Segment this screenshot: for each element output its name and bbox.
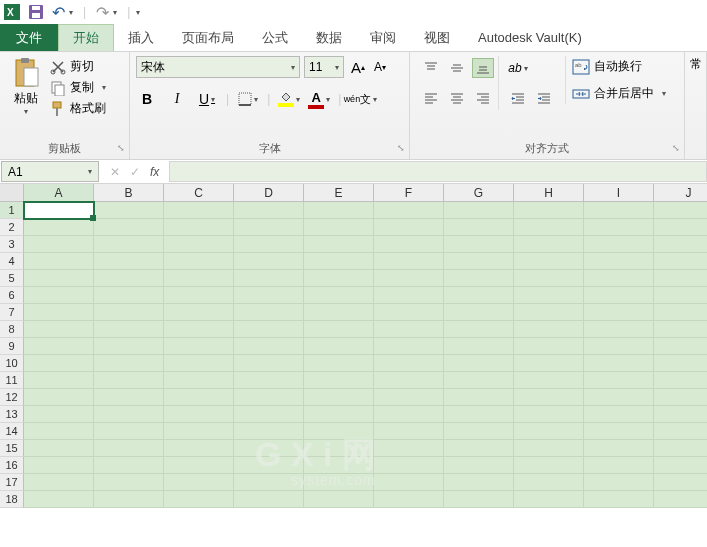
row-header-4[interactable]: 4 [0,253,24,270]
row-header-2[interactable]: 2 [0,219,24,236]
italic-button[interactable]: I [166,88,188,110]
cell-D11[interactable] [234,372,304,389]
cell-F15[interactable] [374,440,444,457]
cell-F9[interactable] [374,338,444,355]
increase-font-button[interactable]: A▴ [348,57,368,77]
phonetic-button[interactable]: wén文▾ [349,88,371,110]
cell-D16[interactable] [234,457,304,474]
cell-H11[interactable] [514,372,584,389]
tab-view[interactable]: 视图 [410,24,464,51]
cell-G14[interactable] [444,423,514,440]
column-header-D[interactable]: D [234,184,304,202]
cell-H12[interactable] [514,389,584,406]
select-all-corner[interactable] [0,184,24,202]
cell-G3[interactable] [444,236,514,253]
wrap-text-button[interactable]: ab 自动换行 [572,58,666,75]
row-header-3[interactable]: 3 [0,236,24,253]
cell-I4[interactable] [584,253,654,270]
copy-button[interactable]: 复制▾ [50,79,106,96]
font-name-select[interactable]: 宋体 ▾ [136,56,300,78]
cell-B8[interactable] [94,321,164,338]
cell-H5[interactable] [514,270,584,287]
cell-C15[interactable] [164,440,234,457]
cell-G5[interactable] [444,270,514,287]
tab-home[interactable]: 开始 [58,24,114,51]
undo-button[interactable]: ↶ [52,3,65,22]
cell-B6[interactable] [94,287,164,304]
column-header-C[interactable]: C [164,184,234,202]
cell-J18[interactable] [654,491,707,508]
cell-E17[interactable] [304,474,374,491]
cell-J5[interactable] [654,270,707,287]
cell-I7[interactable] [584,304,654,321]
column-header-B[interactable]: B [94,184,164,202]
cell-G11[interactable] [444,372,514,389]
cell-E5[interactable] [304,270,374,287]
cell-H6[interactable] [514,287,584,304]
align-left-button[interactable] [420,88,442,108]
row-header-5[interactable]: 5 [0,270,24,287]
font-color-button[interactable]: A ▾ [308,90,330,109]
cell-G18[interactable] [444,491,514,508]
cell-J8[interactable] [654,321,707,338]
undo-dropdown[interactable]: ▾ [69,8,73,17]
cell-F18[interactable] [374,491,444,508]
row-header-7[interactable]: 7 [0,304,24,321]
cell-F4[interactable] [374,253,444,270]
row-header-1[interactable]: 1 [0,202,24,219]
cell-E4[interactable] [304,253,374,270]
cell-A2[interactable] [24,219,94,236]
cell-H2[interactable] [514,219,584,236]
tab-page-layout[interactable]: 页面布局 [168,24,248,51]
decrease-indent-button[interactable] [507,88,529,108]
tab-formulas[interactable]: 公式 [248,24,302,51]
cell-H8[interactable] [514,321,584,338]
cell-E2[interactable] [304,219,374,236]
tab-insert[interactable]: 插入 [114,24,168,51]
cell-I5[interactable] [584,270,654,287]
cell-A6[interactable] [24,287,94,304]
cell-F11[interactable] [374,372,444,389]
row-header-14[interactable]: 14 [0,423,24,440]
align-top-button[interactable] [420,58,442,78]
cell-A11[interactable] [24,372,94,389]
cell-D9[interactable] [234,338,304,355]
cell-F8[interactable] [374,321,444,338]
cell-E16[interactable] [304,457,374,474]
cell-D18[interactable] [234,491,304,508]
cell-B14[interactable] [94,423,164,440]
cell-C16[interactable] [164,457,234,474]
cell-E10[interactable] [304,355,374,372]
cell-D14[interactable] [234,423,304,440]
row-header-18[interactable]: 18 [0,491,24,508]
formula-bar-input[interactable] [169,161,707,182]
row-header-9[interactable]: 9 [0,338,24,355]
border-button[interactable]: ▾ [237,88,259,110]
cell-C2[interactable] [164,219,234,236]
cell-J10[interactable] [654,355,707,372]
cell-I6[interactable] [584,287,654,304]
cell-H7[interactable] [514,304,584,321]
cell-C14[interactable] [164,423,234,440]
cell-G1[interactable] [444,202,514,219]
cell-I1[interactable] [584,202,654,219]
cell-E3[interactable] [304,236,374,253]
cell-I13[interactable] [584,406,654,423]
cell-H17[interactable] [514,474,584,491]
align-center-button[interactable] [446,88,468,108]
cell-F5[interactable] [374,270,444,287]
fill-color-button[interactable]: ▾ [278,91,300,107]
cell-G13[interactable] [444,406,514,423]
cell-H3[interactable] [514,236,584,253]
cell-F1[interactable] [374,202,444,219]
cell-H16[interactable] [514,457,584,474]
format-painter-button[interactable]: 格式刷 [50,100,106,117]
cell-B5[interactable] [94,270,164,287]
cell-J9[interactable] [654,338,707,355]
cell-B9[interactable] [94,338,164,355]
cell-G10[interactable] [444,355,514,372]
cell-J13[interactable] [654,406,707,423]
cell-E1[interactable] [304,202,374,219]
cell-E14[interactable] [304,423,374,440]
cell-F14[interactable] [374,423,444,440]
